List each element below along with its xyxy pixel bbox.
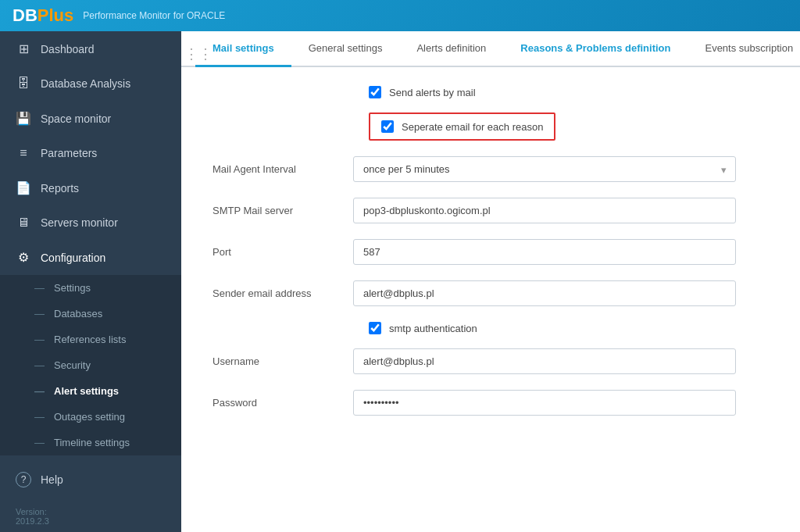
dashboard-icon: ⊞ [16,41,31,56]
port-label: Port [212,246,353,258]
help-icon: ? [16,472,31,487]
header: DBPlus Performance Monitor for ORACLE [0,0,800,31]
sidebar-item-space-monitor[interactable]: 💾 Space monitor [0,101,181,136]
sidebar-item-label: Space monitor [41,112,111,125]
servers-monitor-icon: 🖥 [16,216,31,230]
sidebar-submenu: — Settings — Databases — References list… [0,275,181,455]
tab-general-settings[interactable]: General settings [291,31,400,67]
smtp-mail-server-input[interactable] [353,198,736,223]
smtp-mail-server-input-wrapper [353,198,736,223]
sidebar-item-label: Reports [41,182,79,195]
submenu-item-label: Outages setting [54,411,125,423]
password-label: Password [212,397,353,409]
sidebar-item-label: Configuration [41,252,105,264]
sidebar-item-settings[interactable]: — Settings [0,275,181,301]
sidebar-item-outages-setting[interactable]: — Outages setting [0,404,181,430]
logo-plus: Plus [38,5,73,25]
sidebar-item-servers-monitor[interactable]: 🖥 Servers monitor [0,205,181,240]
logo-db: DB [12,5,38,25]
version-number: 2019.2.3 [16,516,166,526]
logo-text: DBPlus [12,5,73,26]
header-subtitle: Performance Monitor for ORACLE [83,10,225,21]
sender-email-input[interactable] [353,280,736,306]
sidebar: ⊞ Dashboard 🗄 Database Analysis 💾 Space … [0,31,181,532]
database-icon: 🗄 [16,77,31,91]
main-content: ⋮⋮⋮ Mail settings General settings Alert… [181,31,800,532]
sidebar-item-database-analysis[interactable]: 🗄 Database Analysis [0,66,181,101]
tab-events-subscription[interactable]: Events subscription [688,31,800,67]
smtp-auth-checkbox[interactable] [369,322,381,334]
port-input[interactable] [353,239,736,265]
password-input-wrapper [353,390,736,416]
sidebar-item-timeline-settings[interactable]: — Timeline settings [0,430,181,455]
sidebar-item-label: Help [41,473,63,486]
sidebar-item-dashboard[interactable]: ⊞ Dashboard [0,31,181,66]
sidebar-item-reports[interactable]: 📄 Reports [0,170,181,205]
sender-email-input-wrapper [353,280,736,306]
separate-email-checkbox[interactable] [381,120,394,133]
sidebar-item-databases[interactable]: — Databases [0,301,181,327]
username-label: Username [212,355,353,367]
sidebar-item-alert-settings[interactable]: — Alert settings [0,378,181,404]
version-label: Version: [16,507,166,516]
form-content: Send alerts by mail Seperate email for e… [181,67,800,532]
sidebar-item-label: Parameters [41,147,97,159]
sender-email-label: Sender email address [212,287,353,299]
username-input-wrapper [353,348,736,374]
send-alerts-label: Send alerts by mail [389,87,476,98]
send-alerts-row: Send alerts by mail [369,86,769,98]
password-row: Password [212,390,769,416]
mail-agent-interval-label: Mail Agent Interval [212,163,353,175]
tab-alerts-definition[interactable]: Alerts definition [399,31,503,67]
mail-agent-interval-select[interactable]: once per 5 minutes once per 10 minutes o… [353,156,736,182]
sidebar-item-configuration[interactable]: ⚙ Configuration [0,240,181,275]
smtp-mail-server-label: SMTP Mail server [212,205,353,216]
smtp-mail-server-row: SMTP Mail server [212,198,769,223]
tab-mail-settings[interactable]: Mail settings [195,31,291,67]
reports-icon: 📄 [16,180,31,195]
username-row: Username [212,348,769,374]
submenu-item-label: Databases [54,308,102,320]
tab-reasons-problems[interactable]: Reasons & Problems definition [503,31,688,67]
parameters-icon: ≡ [16,146,31,160]
port-row: Port [212,239,769,265]
logo: DBPlus Performance Monitor for ORACLE [12,5,225,26]
version-info: Version: 2019.2.3 [0,498,181,532]
mail-agent-interval-row: Mail Agent Interval once per 5 minutes o… [212,156,769,182]
separate-email-label: Seperate email for each reason [402,121,543,133]
submenu-item-label: Security [54,359,91,371]
sidebar-item-security[interactable]: — Security [0,352,181,378]
sidebar-item-label: Database Analysis [41,77,130,90]
sidebar-item-references-lists[interactable]: — References lists [0,327,181,352]
sidebar-item-label: Dashboard [41,43,95,55]
password-input[interactable] [353,390,736,416]
submenu-item-label: Alert settings [54,385,119,397]
mail-agent-interval-dropdown[interactable]: once per 5 minutes once per 10 minutes o… [353,156,736,182]
username-input[interactable] [353,348,736,374]
submenu-item-label: Settings [54,282,91,294]
sender-email-row: Sender email address [212,280,769,306]
configuration-icon: ⚙ [16,250,31,265]
sidebar-item-parameters[interactable]: ≡ Parameters [0,136,181,170]
smtp-auth-label: smtp authentication [389,323,477,334]
separate-email-row: Seperate email for each reason [369,112,555,141]
port-input-wrapper [353,239,736,265]
tabs-bar: ⋮⋮⋮ Mail settings General settings Alert… [181,31,800,67]
drag-handle[interactable]: ⋮⋮⋮ [188,31,195,66]
sidebar-item-label: Servers monitor [41,216,118,229]
submenu-item-label: References lists [54,334,126,345]
space-monitor-icon: 💾 [16,111,31,126]
sidebar-item-help[interactable]: ? Help [0,462,181,498]
send-alerts-checkbox[interactable] [369,86,381,98]
submenu-item-label: Timeline settings [54,437,130,448]
smtp-auth-row: smtp authentication [369,322,769,334]
